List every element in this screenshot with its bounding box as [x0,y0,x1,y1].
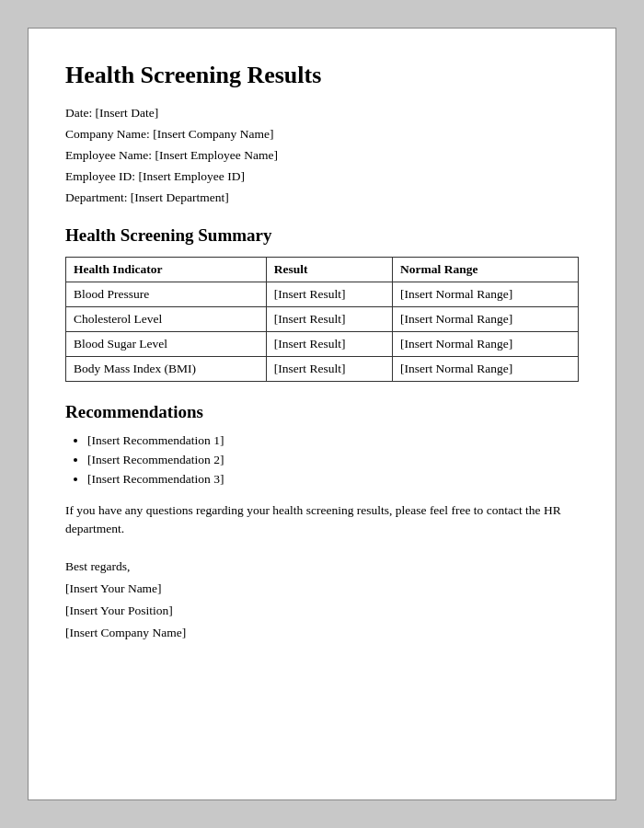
table-cell-2-0: Blood Sugar Level [66,332,267,357]
table-cell-2-2: [Insert Normal Range] [393,332,579,357]
footer-note: If you have any questions regarding your… [65,501,579,539]
recommendation-item-3: [Insert Recommendation 3] [87,472,579,487]
table-cell-0-2: [Insert Normal Range] [393,282,579,307]
sign-off-company: [Insert Company Name] [65,626,186,639]
table-row: Cholesterol Level[Insert Result][Insert … [66,307,579,332]
recommendation-item-1: [Insert Recommendation 1] [87,433,579,448]
summary-section-title: Health Screening Summary [65,225,579,246]
col-header-indicator: Health Indicator [66,258,267,282]
sign-off-position: [Insert Your Position] [65,604,173,617]
table-header-row: Health Indicator Result Normal Range [66,258,579,282]
table-row: Blood Pressure[Insert Result][Insert Nor… [66,282,579,307]
table-cell-3-2: [Insert Normal Range] [393,357,579,382]
table-cell-2-1: [Insert Result] [266,332,392,357]
health-table: Health Indicator Result Normal Range Blo… [65,257,579,382]
meta-company: Company Name: [Insert Company Name] [65,127,579,142]
recommendations-list: [Insert Recommendation 1][Insert Recomme… [87,433,579,487]
sign-off-block: Best regards, [Insert Your Name] [Insert… [65,556,579,645]
meta-date: Date: [Insert Date] [65,106,579,121]
table-cell-1-0: Cholesterol Level [66,307,267,332]
document-page: Health Screening Results Date: [Insert D… [28,28,616,800]
meta-employee-name: Employee Name: [Insert Employee Name] [65,148,579,163]
page-title: Health Screening Results [65,62,579,89]
sign-off-name: [Insert Your Name] [65,581,162,595]
table-row: Blood Sugar Level[Insert Result][Insert … [66,332,579,357]
table-cell-1-1: [Insert Result] [266,307,392,332]
meta-department: Department: [Insert Department] [65,190,579,205]
recommendations-section-title: Recommendations [65,402,579,422]
sign-off-greeting: Best regards, [65,559,130,573]
table-cell-1-2: [Insert Normal Range] [393,307,579,332]
col-header-result: Result [266,258,392,282]
table-cell-3-0: Body Mass Index (BMI) [66,357,267,382]
table-row: Body Mass Index (BMI)[Insert Result][Ins… [66,357,579,382]
table-cell-0-1: [Insert Result] [266,282,392,307]
table-cell-3-1: [Insert Result] [266,357,392,382]
recommendation-item-2: [Insert Recommendation 2] [87,453,579,467]
table-cell-0-0: Blood Pressure [66,282,267,307]
col-header-normal-range: Normal Range [393,258,579,282]
meta-employee-id: Employee ID: [Insert Employee ID] [65,169,579,184]
